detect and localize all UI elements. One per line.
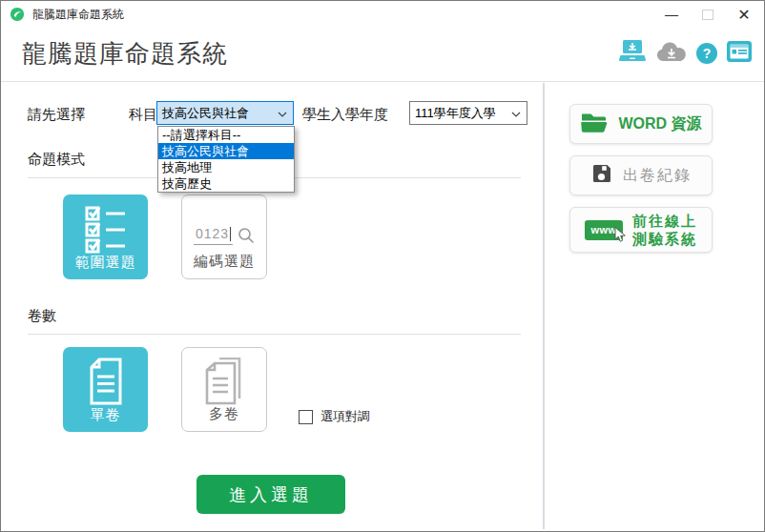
- single-paper-button[interactable]: 單卷: [63, 347, 148, 432]
- window-title: 龍騰題庫命題系統: [32, 1, 124, 28]
- multi-paper-label: 多卷: [209, 405, 239, 423]
- app-window: 龍騰題庫命題系統 — ✕ 龍騰題庫命題系統: [0, 0, 765, 532]
- word-resource-button[interactable]: WORD 資源: [569, 104, 713, 144]
- www-icon: www: [585, 220, 623, 240]
- swap-options-checkbox[interactable]: [299, 410, 313, 424]
- records-panel-icon[interactable]: [726, 40, 753, 67]
- subject-option[interactable]: 技高歷史: [158, 175, 294, 192]
- exam-record-label: 出卷紀錄: [623, 166, 692, 186]
- titlebar: 龍騰題庫命題系統 — ✕: [1, 1, 764, 28]
- close-button[interactable]: ✕: [726, 1, 762, 28]
- help-icon[interactable]: ?: [696, 43, 717, 64]
- text-caret: [230, 227, 231, 241]
- code-select-label: 編碼選題: [194, 253, 255, 271]
- subject-select[interactable]: 技高公民與社會: [156, 101, 294, 125]
- section-divider: [28, 334, 521, 335]
- enter-selection-button[interactable]: 進入選題: [196, 475, 345, 514]
- single-paper-label: 單卷: [91, 406, 121, 424]
- folder-icon: [580, 111, 609, 137]
- documents-stack-icon: [182, 358, 266, 407]
- paper-section-title: 卷數: [28, 307, 56, 325]
- chevron-down-icon: [511, 106, 521, 120]
- vertical-divider: [543, 83, 545, 529]
- online-test-button[interactable]: www 前往線上 測驗系統: [569, 207, 713, 253]
- close-icon: ✕: [737, 6, 750, 24]
- subject-select-value: 技高公民與社會: [162, 105, 249, 122]
- subject-option[interactable]: 技高公民與社會: [158, 143, 294, 159]
- swap-options-row: 選項對調: [299, 408, 370, 425]
- prompt-label: 請先選擇: [28, 106, 85, 124]
- code-input-value: 0123: [196, 226, 229, 241]
- code-select-button[interactable]: 0123 編碼選題: [181, 194, 267, 279]
- code-input[interactable]: 0123: [182, 226, 266, 245]
- subject-option[interactable]: --請選擇科目--: [158, 127, 294, 143]
- minimize-button[interactable]: —: [653, 1, 690, 28]
- maximize-button: [690, 1, 726, 28]
- mode-section-title: 命題模式: [28, 151, 85, 169]
- floppy-disk-icon: [590, 162, 613, 189]
- year-select[interactable]: 111學年度入學: [409, 101, 527, 125]
- header-toolbar: ?: [618, 39, 753, 68]
- window-controls: — ✕: [653, 1, 762, 28]
- maximize-icon: [702, 10, 713, 20]
- year-select-value: 111學年度入學: [415, 105, 496, 122]
- checklist-icon: [63, 204, 148, 254]
- range-select-button[interactable]: 範圍選題: [63, 194, 148, 279]
- chevron-down-icon: [278, 106, 287, 120]
- cursor-arrow-icon: [614, 227, 627, 246]
- exam-record-button[interactable]: 出卷紀錄: [569, 155, 713, 195]
- minimize-icon: —: [665, 7, 678, 22]
- app-logo-icon: [10, 7, 25, 22]
- subject-label: 科目: [129, 106, 157, 124]
- year-label: 學生入學年度: [302, 106, 388, 124]
- subject-option[interactable]: 技高地理: [158, 159, 294, 175]
- swap-options-label: 選項對調: [320, 408, 370, 425]
- header-divider: [1, 81, 764, 82]
- document-icon: [63, 357, 148, 406]
- laptop-download-icon[interactable]: [618, 39, 647, 68]
- cloud-download-icon[interactable]: [655, 40, 688, 68]
- search-icon: [238, 227, 255, 244]
- online-test-label: 前往線上 測驗系統: [632, 212, 697, 249]
- page-title: 龍騰題庫命題系統: [22, 37, 228, 71]
- range-select-label: 範圍選題: [75, 254, 136, 272]
- multi-paper-button[interactable]: 多卷: [181, 347, 267, 432]
- word-resource-label: WORD 資源: [618, 114, 701, 134]
- subject-dropdown-list: --請選擇科目-- 技高公民與社會 技高地理 技高歷史: [157, 126, 295, 193]
